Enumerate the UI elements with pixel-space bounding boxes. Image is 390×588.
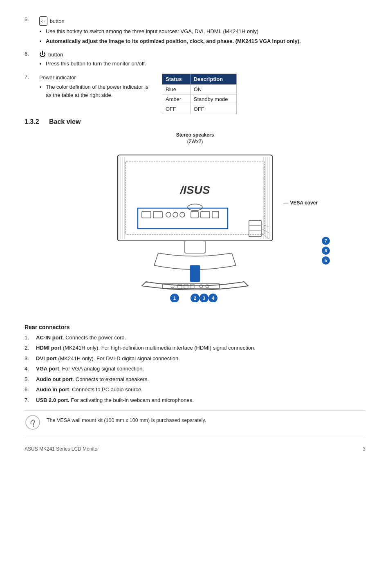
connector-text-1: AC-IN port. Connects the power cord. [36,334,126,342]
section-132-heading: 1.3.2 Back view [25,118,365,126]
connector-item-4: 4. VGA port. For VGA analog signal conne… [25,365,365,373]
item-5: 5. ⇦ button Use this hotkey to switch am… [25,16,365,47]
power-indicator-table-wrap: Status Description Blue ON Amber Standby… [162,74,237,114]
svg-rect-11 [201,211,210,218]
connector-list: 1. AC-IN port. Connects the power cord. … [25,334,365,404]
connector-num-7: 7. [25,396,36,404]
table-row: Amber Standby mode [162,94,237,104]
svg-point-9 [180,212,185,217]
table-cell-status-2: Amber [162,94,191,104]
connector-bold-4: VGA port [36,366,59,372]
svg-text:3: 3 [203,296,205,301]
item-6-label: button [48,52,63,58]
item-7: 7. Power indicator The color definition … [25,74,365,114]
power-indicator-desc: The color definition of the power indica… [46,83,154,99]
connector-text-4: VGA port. For VGA analog signal connecti… [36,365,144,373]
item-5-label: button [50,18,65,24]
svg-point-4 [188,204,202,211]
table-cell-status-1: Blue [162,84,191,94]
svg-rect-10 [191,211,198,218]
svg-rect-13 [249,220,261,237]
svg-line-35 [261,233,269,239]
right-badges: 7 6 5 [322,237,330,265]
connector-bold-5: Audio out port [36,376,73,382]
connector-num-4: 4. [25,365,36,373]
table-cell-desc-1: ON [190,84,236,94]
monitor-back-svg: /ISUS [105,147,285,302]
bullet-6-1: Press this button to turn the monitor on… [46,60,365,68]
item-7-num: 7. [25,74,39,80]
connector-item-3: 3. DVI port (MK241H only). For DVI-D dig… [25,355,365,363]
stereo-speakers-label: Stereo speakers [25,132,365,138]
connector-bold-7: USB 2.0 port. [36,397,69,403]
svg-rect-20 [178,284,182,288]
connector-item-2: 2. HDMI port (MK241H only). For high-def… [25,344,365,352]
table-cell-status-3: OFF [162,104,191,114]
item-5-bullets: Use this hotkey to switch among the thre… [46,27,365,45]
svg-rect-16 [185,241,205,253]
connector-rest-7: For activating the built-in webcam and m… [69,397,194,403]
item-6-num: 6. [25,51,39,57]
connector-item-7: 7. USB 2.0 port. For activating the buil… [25,396,365,404]
note-icon [25,415,41,433]
item-6-content: ⏻ button Press this button to turn the m… [39,51,365,70]
connector-rest-1: . Connects the power cord. [63,334,126,341]
table-cell-desc-2: Standby mode [190,94,236,104]
footer: ASUS MK241 Series LCD Monitor 3 [25,444,365,452]
item-6: 6. ⏻ button Press this button to turn th… [25,51,365,70]
connector-rest-2: (MK241H only). For high-definition multi… [61,345,256,351]
svg-line-33 [261,224,269,227]
input-icon: ⇦ [39,16,47,26]
svg-text:/ISUS: /ISUS [179,184,210,196]
svg-point-7 [166,212,171,217]
item-7-label: Power indicator [39,74,154,82]
connector-bold-2: HDMI port [36,345,61,351]
item-6-bullets: Press this button to turn the monitor on… [46,60,365,68]
power-table: Status Description Blue ON Amber Standby… [162,74,237,114]
table-row: Blue ON [162,84,237,94]
bullet-5-2: Automatically adjust the image to its op… [46,37,365,45]
item-7-content: Power indicator The color definition of … [39,74,154,101]
connector-rest-6: . Connects to PC audio source. [69,386,143,393]
svg-point-45 [33,426,34,427]
badge-6: 6 [322,247,330,255]
svg-rect-1 [126,161,264,235]
stereo-speakers-sub: (2Wx2) [25,139,365,144]
note-box: The VESA wall mount kit (100 mm x 100 mm… [25,411,365,437]
connector-num-1: 1. [25,334,36,342]
connector-text-2: HDMI port (MK241H only). For high-defini… [36,344,256,352]
rear-connectors-title: Rear connectors [25,324,365,330]
svg-rect-21 [184,284,188,288]
diagram-area: — VESA cover 7 6 5 /ISUS [105,147,285,303]
connector-bold-3: DVI port [36,355,57,361]
connector-num-2: 2. [25,344,36,352]
svg-rect-0 [117,155,273,241]
connector-rest-5: . Connects to external speakers. [73,376,149,382]
connector-item-6: 6. Audio in port. Connects to PC audio s… [25,386,365,394]
table-row: OFF OFF [162,104,237,114]
connector-item-5: 5. Audio out port. Connects to external … [25,375,365,384]
bullet-5-1: Use this hotkey to switch among the thre… [46,27,365,36]
svg-rect-12 [212,211,219,218]
table-cell-desc-3: OFF [190,104,236,114]
item-5-num: 5. [25,16,39,22]
connector-num-3: 3. [25,355,36,363]
svg-point-23 [199,285,203,288]
svg-point-44 [26,415,40,429]
footer-left: ASUS MK241 Series LCD Monitor [25,446,99,452]
svg-text:1: 1 [173,296,176,301]
svg-rect-5 [142,211,151,218]
section-132-num: 1.3.2 [25,118,49,126]
connector-item-1: 1. AC-IN port. Connects the power cord. [25,334,365,342]
svg-point-8 [173,212,178,217]
connector-bold-1: AC-IN port [36,334,63,341]
connector-num-5: 5. [25,375,36,384]
svg-point-24 [206,285,209,288]
vesa-cover-label: — VESA cover [283,200,318,206]
item-7-bullets: The color definition of the power indica… [46,83,154,99]
svg-rect-22 [190,284,194,288]
power-icon: ⏻ [39,51,46,58]
svg-text:4: 4 [212,296,215,301]
connector-rest-3: (MK241H only). For DVI-D digital signal … [57,355,180,361]
svg-line-34 [261,229,269,233]
